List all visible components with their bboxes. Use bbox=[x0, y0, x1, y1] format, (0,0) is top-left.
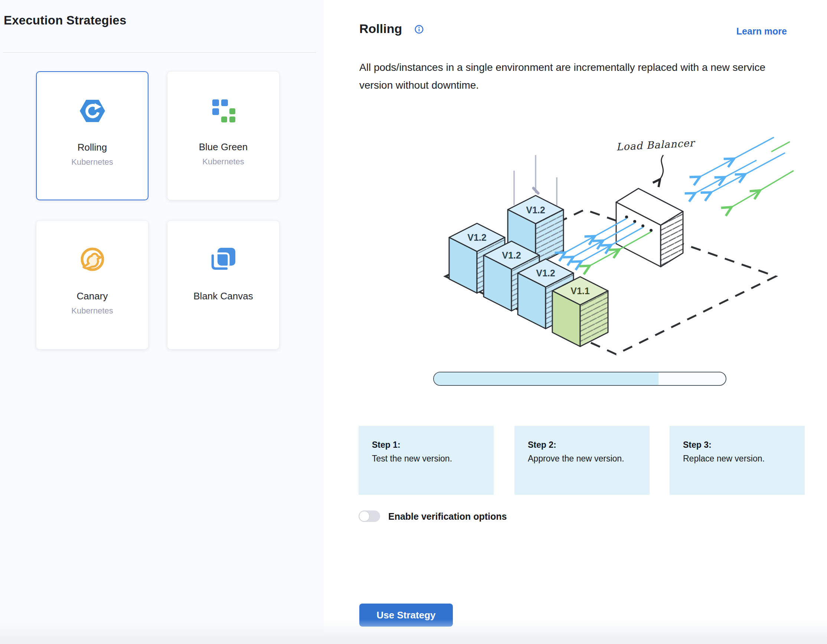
learn-more-link[interactable]: Learn more bbox=[736, 26, 787, 37]
verification-toggle[interactable] bbox=[359, 510, 380, 522]
step-title: Step 3: bbox=[683, 440, 794, 450]
rollout-progress-bar bbox=[433, 372, 726, 386]
strategy-card-rolling[interactable]: Rolling Kubernetes bbox=[36, 71, 148, 200]
step-text: Replace new version. bbox=[683, 454, 794, 464]
strategy-card-blue-green[interactable]: Blue Green Kubernetes bbox=[167, 71, 279, 200]
pod-old-version-label: V1.1 bbox=[571, 286, 590, 296]
verification-toggle-label: Enable verification options bbox=[388, 511, 507, 522]
blank-canvas-icon bbox=[167, 247, 279, 273]
rolling-strategy-illustration: V1.2 V1.2 V1.2 V1.2 V1.1 bbox=[438, 134, 794, 373]
info-icon[interactable] bbox=[414, 25, 424, 34]
blue-green-squares-icon bbox=[167, 98, 279, 123]
step-title: Step 1: bbox=[372, 440, 482, 450]
step-card-2: Step 2: Approve the new version. bbox=[515, 426, 649, 495]
step-card-1: Step 1: Test the new version. bbox=[359, 426, 494, 495]
card-sublabel: Kubernetes bbox=[37, 157, 148, 167]
step-text: Test the new version. bbox=[372, 454, 482, 464]
page-title: Execution Strategies bbox=[4, 13, 126, 28]
card-sublabel: Kubernetes bbox=[36, 306, 148, 316]
incoming-traffic-arrows bbox=[694, 137, 794, 208]
strategy-detail-title: Rolling bbox=[359, 22, 402, 36]
bottom-fade bbox=[0, 619, 827, 636]
card-sublabel: Kubernetes bbox=[167, 157, 279, 166]
pod-version-label: V1.2 bbox=[502, 250, 521, 260]
execution-strategies-panel: Execution Strategies Rolling Kubernetes bbox=[0, 0, 324, 644]
card-label: Blank Canvas bbox=[167, 291, 279, 302]
divider bbox=[3, 52, 316, 53]
step-title: Step 2: bbox=[528, 440, 638, 450]
step-card-3: Step 3: Replace new version. bbox=[669, 426, 805, 495]
bottom-strip bbox=[0, 636, 827, 644]
step-text: Approve the new version. bbox=[528, 454, 638, 464]
card-label: Rolling bbox=[37, 142, 148, 153]
pod-version-label: V1.2 bbox=[467, 232, 486, 243]
pod-version-label: V1.2 bbox=[536, 268, 555, 278]
strategy-card-blank-canvas[interactable]: Blank Canvas bbox=[167, 220, 279, 350]
card-label: Canary bbox=[36, 291, 148, 302]
canary-bird-icon bbox=[36, 247, 148, 273]
strategy-description: All pods/instances in a single environme… bbox=[359, 59, 796, 94]
card-label: Blue Green bbox=[167, 142, 279, 153]
load-balancer-label: Load Balancer bbox=[616, 137, 696, 152]
toggle-knob bbox=[359, 511, 370, 521]
pod-version-label: V1.2 bbox=[526, 205, 545, 215]
progress-fill bbox=[434, 372, 658, 385]
strategy-card-canary[interactable]: Canary Kubernetes bbox=[36, 220, 148, 350]
rolling-update-icon bbox=[37, 98, 148, 124]
